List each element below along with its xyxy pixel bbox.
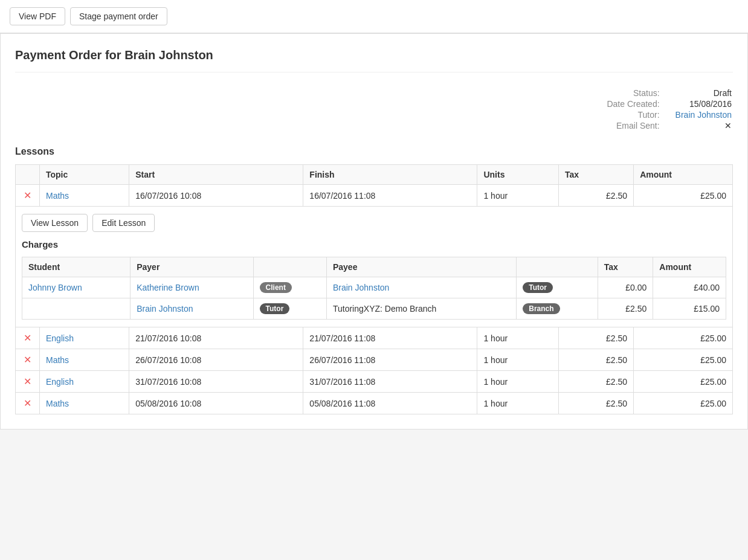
- delete-icon[interactable]: ✕: [24, 333, 31, 343]
- col-start: Start: [129, 165, 303, 185]
- charge-payer: Katherine Brown: [131, 277, 253, 298]
- stage-payment-button[interactable]: Stage payment order: [70, 7, 167, 25]
- edit-lesson-button[interactable]: Edit Lesson: [92, 214, 155, 232]
- meta-section: Status: Draft Date Created: 15/08/2016 T…: [15, 87, 733, 132]
- charge-amount: £40.00: [653, 277, 726, 298]
- amount-cell: £25.00: [634, 349, 733, 371]
- col-payee: Payee: [326, 257, 516, 277]
- finish-cell: 31/07/2016 11:08: [303, 371, 477, 393]
- student-link[interactable]: Johnny Brown: [28, 283, 82, 292]
- payer-link[interactable]: Brain Johnston: [137, 304, 193, 314]
- tax-cell: £2.50: [558, 393, 633, 414]
- col-amount: Amount: [634, 165, 733, 185]
- finish-cell: 16/07/2016 11:08: [303, 185, 477, 207]
- tax-cell: £2.50: [558, 349, 633, 371]
- amount-cell: £25.00: [634, 371, 733, 393]
- topic-link[interactable]: Maths: [46, 399, 69, 408]
- tax-cell: £2.50: [558, 327, 633, 349]
- expanded-cell: View Lesson Edit Lesson Charges Student …: [16, 207, 733, 327]
- charge-tax: £2.50: [598, 298, 653, 320]
- topic-link[interactable]: Maths: [46, 355, 69, 365]
- charge-tax: £0.00: [598, 277, 653, 298]
- payee-text: TutoringXYZ: Demo Branch: [333, 304, 436, 314]
- charge-row: Brain Johnston Tutor TutoringXYZ: Demo B…: [22, 298, 726, 320]
- payee-link[interactable]: Brain Johnston: [333, 283, 389, 292]
- start-cell: 21/07/2016 10:08: [129, 327, 303, 349]
- date-label: Date Created:: [607, 99, 674, 109]
- topic-link[interactable]: English: [46, 377, 74, 387]
- charge-row: Johnny Brown Katherine Brown Client Brai…: [22, 277, 726, 298]
- charges-title: Charges: [22, 239, 726, 249]
- charges-table: Student Payer Payee Tax Amount Johnny Br…: [22, 257, 726, 320]
- delete-icon[interactable]: ✕: [24, 190, 31, 201]
- col-topic: Topic: [40, 165, 129, 185]
- payer-badge: Tutor: [260, 303, 290, 314]
- finish-cell: 26/07/2016 11:08: [303, 349, 477, 371]
- page-title: Payment Order for Brain Johnston: [15, 48, 733, 72]
- charge-student: Johnny Brown: [22, 277, 131, 298]
- units-cell: 1 hour: [477, 327, 559, 349]
- charge-payer: Brain Johnston: [131, 298, 253, 320]
- charge-payer-badge-cell: Client: [253, 277, 326, 298]
- charge-payer-badge-cell: Tutor: [253, 298, 326, 320]
- table-row: ✕ Maths 26/07/2016 10:08 26/07/2016 11:0…: [16, 349, 733, 371]
- col-charge-amount: Amount: [653, 257, 726, 277]
- col-units: Units: [477, 165, 559, 185]
- col-delete: [16, 165, 40, 185]
- topic-cell: English: [40, 327, 129, 349]
- units-cell: 1 hour: [477, 393, 559, 414]
- delete-icon[interactable]: ✕: [24, 355, 31, 365]
- units-cell: 1 hour: [477, 349, 559, 371]
- status-label: Status:: [607, 88, 674, 98]
- delete-icon[interactable]: ✕: [24, 398, 31, 408]
- col-charge-tax: Tax: [598, 257, 653, 277]
- meta-table: Status: Draft Date Created: 15/08/2016 T…: [605, 87, 733, 132]
- delete-cell: ✕: [16, 349, 40, 371]
- amount-cell: £25.00: [634, 185, 733, 207]
- col-student: Student: [22, 257, 131, 277]
- topic-link[interactable]: Maths: [46, 191, 69, 201]
- delete-icon[interactable]: ✕: [24, 376, 31, 387]
- topic-cell: English: [40, 371, 129, 393]
- start-cell: 26/07/2016 10:08: [129, 349, 303, 371]
- status-value: Draft: [675, 88, 732, 98]
- start-cell: 31/07/2016 10:08: [129, 371, 303, 393]
- charge-payee-badge-cell: Tutor: [517, 277, 598, 298]
- view-lesson-button[interactable]: View Lesson: [22, 214, 88, 232]
- view-pdf-button[interactable]: View PDF: [10, 7, 65, 25]
- main-content: Payment Order for Brain Johnston Status:…: [0, 33, 748, 430]
- units-cell: 1 hour: [477, 371, 559, 393]
- topic-cell: Maths: [40, 393, 129, 414]
- email-label: Email Sent:: [607, 121, 674, 130]
- charge-payee: Brain Johnston: [326, 277, 516, 298]
- charge-payee-badge-cell: Branch: [517, 298, 598, 320]
- start-cell: 16/07/2016 10:08: [129, 185, 303, 207]
- email-value: ✕: [675, 121, 732, 130]
- table-row: ✕ English 21/07/2016 10:08 21/07/2016 11…: [16, 327, 733, 349]
- action-buttons: View Lesson Edit Lesson: [22, 214, 726, 232]
- col-tax: Tax: [558, 165, 633, 185]
- tax-cell: £2.50: [558, 185, 633, 207]
- start-cell: 05/08/2016 10:08: [129, 393, 303, 414]
- payee-badge: Branch: [523, 303, 559, 314]
- topic-link[interactable]: English: [46, 333, 74, 343]
- payer-link[interactable]: Katherine Brown: [137, 283, 199, 292]
- table-row: ✕ Maths 05/08/2016 10:08 05/08/2016 11:0…: [16, 393, 733, 414]
- amount-cell: £25.00: [634, 327, 733, 349]
- col-payer: Payer: [131, 257, 253, 277]
- table-row: ✕ Maths 16/07/2016 10:08 16/07/2016 11:0…: [16, 185, 733, 207]
- tax-cell: £2.50: [558, 371, 633, 393]
- expanded-inner: View Lesson Edit Lesson Charges Student …: [22, 211, 726, 322]
- amount-cell: £25.00: [634, 393, 733, 414]
- payee-badge: Tutor: [523, 282, 553, 293]
- payer-badge: Client: [260, 282, 292, 293]
- topic-cell: Maths: [40, 349, 129, 371]
- table-row: ✕ English 31/07/2016 10:08 31/07/2016 11…: [16, 371, 733, 393]
- tutor-value: Brain Johnston: [675, 110, 732, 120]
- date-value: 15/08/2016: [675, 99, 732, 109]
- delete-cell: ✕: [16, 371, 40, 393]
- lessons-table: Topic Start Finish Units Tax Amount ✕ Ma…: [15, 164, 733, 414]
- tutor-label: Tutor:: [607, 110, 674, 120]
- col-payee-badge: [517, 257, 598, 277]
- col-payer-badge: [253, 257, 326, 277]
